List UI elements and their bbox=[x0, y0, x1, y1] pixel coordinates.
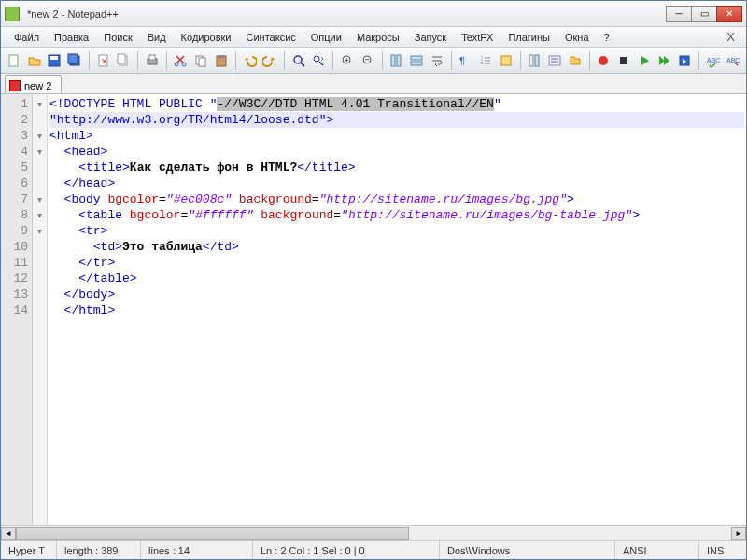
status-insert: INS bbox=[699, 541, 746, 559]
separator bbox=[284, 51, 285, 70]
replace-icon[interactable] bbox=[310, 50, 329, 71]
separator bbox=[89, 51, 90, 70]
status-eol: Dos\Windows bbox=[440, 541, 615, 559]
scroll-left-icon[interactable]: ◄ bbox=[1, 527, 16, 540]
menu-help[interactable]: ? bbox=[597, 30, 617, 45]
code-area[interactable]: <!DOCTYPE HTML PUBLIC "-//W3C//DTD HTML … bbox=[48, 94, 746, 525]
svg-text:ABC: ABC bbox=[707, 57, 720, 63]
print-icon[interactable] bbox=[143, 50, 162, 71]
separator bbox=[382, 51, 383, 70]
menu-plugins[interactable]: Плагины bbox=[500, 30, 557, 45]
menu-syntax[interactable]: Синтаксис bbox=[239, 30, 303, 45]
cut-icon[interactable] bbox=[172, 50, 190, 71]
menu-windows[interactable]: Окна bbox=[557, 30, 597, 45]
svg-text:✕: ✕ bbox=[101, 57, 108, 66]
status-encoding: ANSI bbox=[615, 541, 699, 559]
status-position: Ln : 2 Col : 1 Sel : 0 | 0 bbox=[253, 541, 440, 559]
tab-new2[interactable]: new 2 bbox=[5, 75, 62, 93]
save-macro-icon[interactable] bbox=[675, 50, 694, 71]
menu-search[interactable]: Поиск bbox=[96, 30, 139, 45]
menu-macros[interactable]: Макросы bbox=[349, 30, 407, 45]
separator bbox=[166, 51, 167, 70]
close-file-icon[interactable]: ✕ bbox=[94, 50, 113, 71]
separator bbox=[520, 51, 521, 70]
unsaved-icon bbox=[9, 80, 21, 91]
fold-gutter[interactable]: ▾▾▾▾▾▾ bbox=[33, 94, 48, 525]
menu-textfx[interactable]: TextFX bbox=[454, 30, 500, 45]
close-all-icon[interactable] bbox=[114, 50, 133, 71]
scroll-track[interactable] bbox=[16, 527, 731, 540]
separator bbox=[137, 51, 138, 70]
menu-view[interactable]: Вид bbox=[140, 30, 174, 45]
redo-icon[interactable] bbox=[261, 50, 279, 71]
wrap-icon[interactable] bbox=[428, 50, 446, 71]
svg-rect-40 bbox=[620, 57, 627, 64]
svg-rect-27 bbox=[411, 62, 422, 65]
zoom-in-icon[interactable]: + bbox=[338, 50, 357, 71]
scroll-thumb[interactable] bbox=[16, 527, 409, 540]
separator bbox=[235, 51, 236, 70]
record-macro-icon[interactable] bbox=[594, 50, 613, 71]
line-gutter: 1234567891011121314 bbox=[1, 94, 33, 525]
play-multi-icon[interactable] bbox=[655, 50, 674, 71]
save-all-icon[interactable] bbox=[65, 50, 84, 71]
menu-edit[interactable]: Правка bbox=[47, 30, 96, 45]
app-icon bbox=[5, 7, 20, 21]
separator bbox=[589, 51, 590, 70]
svg-rect-8 bbox=[118, 54, 125, 63]
spellcheck-icon[interactable]: ABC bbox=[704, 50, 723, 71]
svg-rect-4 bbox=[68, 54, 78, 63]
spellcheck-next-icon[interactable]: ABC bbox=[725, 50, 743, 71]
statusbar: Hyper T length : 389 lines : 14 Ln : 2 C… bbox=[1, 540, 746, 559]
sync-v-icon[interactable] bbox=[387, 50, 405, 71]
svg-rect-26 bbox=[411, 56, 422, 60]
menu-options[interactable]: Опции bbox=[303, 30, 349, 45]
play-macro-icon[interactable] bbox=[635, 50, 654, 71]
status-lang: Hyper T bbox=[1, 541, 57, 559]
svg-line-18 bbox=[301, 63, 304, 66]
toolbar-close-icon[interactable]: X bbox=[719, 28, 740, 46]
scroll-right-icon[interactable]: ► bbox=[731, 527, 746, 540]
svg-text:+: + bbox=[345, 56, 349, 64]
func-list-icon[interactable] bbox=[545, 50, 564, 71]
window-title: *new 2 - Notepad++ bbox=[25, 8, 667, 20]
separator bbox=[451, 51, 452, 70]
horizontal-scrollbar[interactable]: ◄ ► bbox=[1, 525, 746, 540]
user-lang-icon[interactable] bbox=[497, 50, 515, 71]
svg-rect-0 bbox=[9, 55, 18, 66]
sync-h-icon[interactable] bbox=[407, 50, 426, 71]
svg-point-39 bbox=[599, 56, 608, 65]
svg-rect-10 bbox=[149, 55, 155, 60]
copy-icon[interactable] bbox=[191, 50, 210, 71]
find-icon[interactable] bbox=[289, 50, 308, 71]
svg-rect-33 bbox=[501, 56, 511, 65]
undo-icon[interactable] bbox=[241, 50, 260, 71]
doc-map-icon[interactable] bbox=[525, 50, 543, 71]
minimize-button[interactable]: ─ bbox=[666, 6, 692, 22]
svg-rect-34 bbox=[529, 55, 533, 66]
new-file-icon[interactable] bbox=[5, 50, 23, 71]
save-icon[interactable] bbox=[45, 50, 63, 71]
open-file-icon[interactable] bbox=[25, 50, 44, 71]
editor[interactable]: 1234567891011121314 ▾▾▾▾▾▾ <!DOCTYPE HTM… bbox=[1, 94, 746, 525]
paste-icon[interactable] bbox=[212, 50, 231, 71]
close-button[interactable]: ✕ bbox=[716, 6, 742, 22]
stop-macro-icon[interactable] bbox=[614, 50, 633, 71]
maximize-button[interactable]: ▭ bbox=[691, 6, 717, 22]
svg-rect-25 bbox=[397, 55, 401, 66]
menu-file[interactable]: Файл bbox=[7, 30, 47, 45]
tabbar: new 2 bbox=[1, 74, 746, 94]
svg-point-17 bbox=[294, 56, 302, 63]
svg-rect-2 bbox=[50, 56, 58, 60]
separator bbox=[332, 51, 333, 70]
indent-guide-icon[interactable] bbox=[476, 50, 495, 71]
status-length: length : 389 bbox=[57, 541, 141, 559]
svg-rect-14 bbox=[199, 58, 205, 66]
menubar: Файл Правка Поиск Вид Кодировки Синтакси… bbox=[1, 27, 746, 48]
menu-encoding[interactable]: Кодировки bbox=[174, 30, 239, 45]
svg-rect-16 bbox=[218, 55, 224, 58]
menu-run[interactable]: Запуск bbox=[407, 30, 454, 45]
folder-workspace-icon[interactable] bbox=[566, 50, 585, 71]
show-all-chars-icon[interactable]: ¶ bbox=[456, 50, 474, 71]
zoom-out-icon[interactable]: − bbox=[359, 50, 377, 71]
